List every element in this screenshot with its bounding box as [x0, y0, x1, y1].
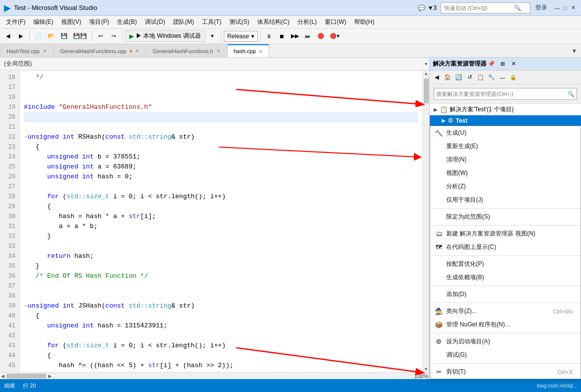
menu-view[interactable]: 视图(V): [57, 16, 85, 29]
tb-forward[interactable]: ▶: [15, 30, 27, 42]
ctx-label: 重新生成(E): [446, 142, 478, 151]
code-line: return hash;: [24, 251, 418, 261]
tabs-more-btn[interactable]: ▾: [570, 44, 579, 57]
quick-search-input[interactable]: [444, 5, 514, 11]
config-dropdown[interactable]: Release ▾: [224, 31, 258, 42]
menu-analyze[interactable]: 分析(L): [293, 16, 321, 29]
tb-new[interactable]: 📄: [32, 30, 44, 42]
menu-debug[interactable]: 调试(D): [141, 16, 169, 29]
line-numbers: 1617181920 2122232425 2627282930 3132333…: [0, 71, 20, 372]
tb-bp[interactable]: 🔴: [315, 30, 327, 42]
tb-bplist[interactable]: 🔴▾: [328, 30, 342, 42]
menu-tools[interactable]: 工具(T): [198, 16, 225, 29]
se-copy-btn[interactable]: 📋: [476, 73, 485, 82]
notification-badge[interactable]: 💬 ▼3: [418, 4, 437, 11]
se-tools-btn[interactable]: 🔧: [486, 73, 496, 82]
code-line: [24, 281, 418, 291]
menu-test[interactable]: 测试(S): [225, 16, 253, 29]
tab-hashcpp[interactable]: hash.cpp ✕: [227, 44, 270, 57]
scroll-up-btn[interactable]: ▲: [425, 72, 427, 77]
panel-close-btn[interactable]: ✕: [508, 59, 518, 69]
ctx-deps[interactable]: 生成依赖项(B): [430, 271, 581, 284]
panel-pin-btn[interactable]: 📌: [486, 59, 496, 69]
hscroll-right-btn[interactable]: ▶: [48, 374, 52, 379]
ctx-class-wizard[interactable]: 🧙 类向导(Z)... Ctrl+Shi: [430, 305, 581, 318]
code-content[interactable]: */ #include "GeneralHashFunctions.h" -un…: [20, 71, 422, 372]
close-btn[interactable]: ✕: [569, 4, 577, 12]
ctx-optim[interactable]: 按配置优化(P): [430, 257, 581, 271]
tab-close-icon[interactable]: ✕: [43, 48, 47, 54]
tb-save[interactable]: 💾: [58, 30, 70, 42]
ctx-rebuild[interactable]: 重新生成(E): [430, 140, 581, 153]
run-button[interactable]: ▶ ▶ 本地 Windows 调试器: [125, 30, 205, 42]
tb-undo[interactable]: ↩: [95, 30, 106, 42]
ctx-cut[interactable]: ✂ 剪切(T) Ctrl+X: [430, 365, 581, 379]
tb-back[interactable]: ◀: [2, 30, 14, 42]
ctx-set-startup[interactable]: ⚙ 设为启动项目(A): [430, 335, 581, 348]
ctx-nuget[interactable]: 📦 管理 NuGet 程序包(N)...: [430, 318, 581, 331]
tab-close-icon[interactable]: ✕: [216, 48, 220, 54]
scope-input[interactable]: [0, 61, 423, 68]
se-refresh-btn[interactable]: ↺: [465, 73, 475, 82]
ctx-icon: 🗂: [434, 230, 443, 237]
tab-close-icon[interactable]: ✕: [135, 48, 139, 54]
ctx-label: 类向导(Z)...: [446, 307, 477, 315]
ctx-paste[interactable]: 📋 粘贴(P) Ctrl+V: [430, 379, 581, 379]
menu-project[interactable]: 项目(P): [85, 16, 113, 29]
ctx-new-view[interactable]: 🗂 新建 解决方案资源管理器 视图(N): [430, 227, 581, 240]
login-link[interactable]: 登录: [535, 3, 547, 12]
panel-dock-btn[interactable]: ⊞: [497, 59, 507, 69]
code-line: [24, 241, 418, 251]
se-filter-btn[interactable]: 🔒: [508, 73, 518, 82]
menu-help[interactable]: 帮助(H): [350, 16, 379, 29]
minimize-btn[interactable]: —: [553, 4, 561, 12]
run-dropdown[interactable]: ▾: [206, 30, 218, 42]
horizontal-scrollbar[interactable]: ◀ ▶ 100%: [0, 372, 429, 379]
scroll-thumb[interactable]: [424, 78, 429, 103]
menu-window[interactable]: 窗口(W): [321, 16, 350, 29]
chat-icon: 💬: [418, 4, 425, 11]
zoom-level[interactable]: 100%: [414, 373, 428, 379]
hscroll-left-btn[interactable]: ◀: [1, 374, 4, 379]
ctx-analyze[interactable]: 分析(Z): [430, 180, 581, 193]
ctx-clean[interactable]: 清理(N): [430, 153, 581, 166]
ctx-scope[interactable]: 限定为此范围(S): [430, 210, 581, 224]
ctx-build[interactable]: 🔨 生成(U): [430, 126, 581, 140]
maximize-btn[interactable]: □: [561, 4, 569, 12]
ctx-view[interactable]: 视图(W): [430, 166, 581, 180]
vertical-scrollbar[interactable]: ▲ ▼: [422, 71, 429, 372]
tab-close-icon[interactable]: ✕: [259, 49, 263, 54]
menu-edit[interactable]: 编辑(E): [29, 16, 57, 29]
hscroll-thumb[interactable]: [6, 374, 46, 379]
ctx-proj-only[interactable]: 仅用于项目(J): [430, 193, 581, 207]
se-back-btn[interactable]: ◀: [432, 73, 442, 82]
menu-build[interactable]: 生成(B): [113, 16, 141, 29]
se-sync-btn[interactable]: 🔄: [454, 73, 464, 82]
solution-node-test[interactable]: ▶ ⚙ Test: [430, 115, 581, 126]
tb-debug1[interactable]: ⏸: [263, 30, 275, 42]
tb-debug2[interactable]: ⏹: [276, 30, 288, 42]
tab-generalhash-h[interactable]: GeneralHashFunctions.h ✕: [146, 44, 227, 57]
se-collapse-btn[interactable]: —: [497, 73, 507, 82]
solution-node-root[interactable]: ▶ 📋 解决方案'Test'(1 个项目): [430, 104, 581, 115]
tb-debug4[interactable]: ⏭: [302, 30, 314, 42]
scope-arrow-icon[interactable]: ▾: [423, 61, 429, 67]
tab-hashtestcpp[interactable]: HashTest.cpp ✕: [0, 44, 53, 57]
ctx-add[interactable]: 添加(D): [430, 288, 581, 301]
ctx-codemap[interactable]: 🗺 在代码图上显示(C): [430, 240, 581, 254]
code-line: [24, 82, 418, 92]
tb-debug3[interactable]: ▶▶: [289, 30, 301, 42]
panel-search-input[interactable]: [436, 91, 568, 97]
se-home-btn[interactable]: 🏠: [443, 73, 453, 82]
tab-generalhash-cpp[interactable]: GeneralHashFunctions.cpp ● ✕: [54, 44, 146, 57]
menu-team[interactable]: 团队(M): [169, 16, 198, 29]
menu-arch[interactable]: 体系结构(C): [253, 16, 293, 29]
tb-open[interactable]: 📂: [45, 30, 57, 42]
ctx-debug-menu[interactable]: 调试(G): [430, 348, 581, 362]
scroll-down-btn[interactable]: ▼: [425, 367, 427, 372]
tb-save-all[interactable]: 💾💾: [71, 30, 89, 42]
menu-file[interactable]: 文件(F): [2, 16, 29, 29]
code-line: #include "GeneralHashFunctions.h": [24, 102, 418, 112]
ctx-label: 剪切(T): [446, 368, 466, 376]
tb-redo[interactable]: ↪: [107, 30, 119, 42]
